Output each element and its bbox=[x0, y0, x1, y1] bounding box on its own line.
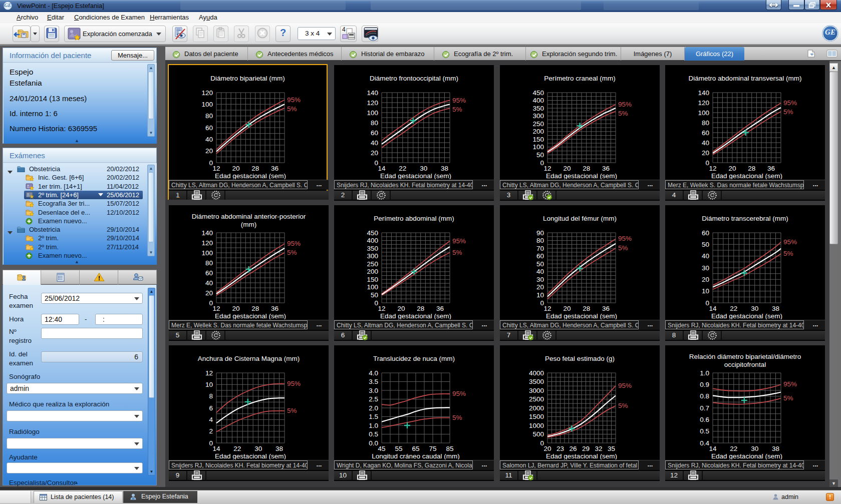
svg-text:80: 80 bbox=[205, 112, 213, 120]
svg-text:29: 29 bbox=[582, 445, 590, 452]
svg-text:14: 14 bbox=[709, 445, 717, 452]
svg-text:30: 30 bbox=[420, 165, 427, 172]
svg-text:450: 450 bbox=[367, 229, 378, 237]
svg-text:28: 28 bbox=[417, 305, 424, 312]
svg-text:Edad gestacional (sem): Edad gestacional (sem) bbox=[215, 312, 286, 319]
svg-text:30: 30 bbox=[254, 445, 262, 452]
svg-text:80: 80 bbox=[536, 237, 544, 244]
svg-text:10: 10 bbox=[702, 287, 709, 295]
svg-text:1500: 1500 bbox=[529, 413, 544, 420]
svg-text:95%: 95% bbox=[452, 97, 466, 104]
svg-text:14: 14 bbox=[378, 165, 386, 172]
svg-text:12: 12 bbox=[212, 165, 220, 172]
svg-text:20: 20 bbox=[536, 283, 544, 291]
svg-text:28: 28 bbox=[583, 165, 590, 172]
svg-text:95%: 95% bbox=[618, 235, 632, 242]
svg-text:350: 350 bbox=[367, 245, 378, 252]
svg-text:120: 120 bbox=[698, 99, 709, 107]
svg-text:5%: 5% bbox=[287, 249, 297, 256]
svg-text:20: 20 bbox=[397, 305, 405, 312]
svg-text:90: 90 bbox=[536, 229, 544, 237]
svg-text:95%: 95% bbox=[287, 240, 301, 247]
svg-text:Edad gestacional (sem): Edad gestacional (sem) bbox=[546, 312, 617, 319]
svg-text:85: 85 bbox=[446, 445, 453, 452]
svg-text:3.0: 3.0 bbox=[369, 387, 378, 394]
svg-text:50: 50 bbox=[536, 260, 544, 268]
svg-text:5%: 5% bbox=[452, 249, 462, 256]
svg-text:500: 500 bbox=[532, 430, 544, 438]
svg-text:100: 100 bbox=[201, 101, 213, 108]
svg-text:20: 20 bbox=[563, 165, 571, 172]
svg-text:20: 20 bbox=[702, 149, 709, 157]
svg-text:5%: 5% bbox=[287, 105, 297, 113]
svg-text:65: 65 bbox=[412, 445, 419, 452]
svg-text:75: 75 bbox=[429, 445, 436, 452]
svg-text:Edad gestacional (sem): Edad gestacional (sem) bbox=[711, 452, 782, 459]
svg-text:250: 250 bbox=[367, 260, 378, 268]
svg-text:38: 38 bbox=[275, 445, 283, 452]
svg-text:40: 40 bbox=[536, 268, 544, 275]
svg-text:400: 400 bbox=[367, 237, 378, 244]
svg-text:1000: 1000 bbox=[529, 422, 544, 429]
svg-text:12: 12 bbox=[709, 165, 716, 172]
svg-text:14: 14 bbox=[212, 445, 220, 452]
svg-text:95%: 95% bbox=[452, 390, 466, 397]
svg-text:36: 36 bbox=[271, 305, 278, 312]
svg-text:4: 4 bbox=[209, 416, 213, 423]
svg-text:14: 14 bbox=[709, 305, 717, 312]
svg-text:3.5: 3.5 bbox=[369, 378, 378, 385]
svg-text:100: 100 bbox=[698, 109, 709, 117]
svg-text:80: 80 bbox=[205, 259, 213, 267]
svg-text:36: 36 bbox=[436, 305, 444, 312]
svg-text:0.8: 0.8 bbox=[700, 392, 709, 400]
svg-text:95%: 95% bbox=[783, 99, 797, 107]
svg-text:36: 36 bbox=[602, 165, 610, 172]
svg-text:70: 70 bbox=[536, 245, 544, 252]
svg-text:20: 20 bbox=[205, 147, 213, 155]
svg-text:0.5: 0.5 bbox=[700, 427, 709, 435]
svg-text:300: 300 bbox=[532, 112, 544, 120]
svg-text:100: 100 bbox=[367, 109, 378, 117]
svg-text:3000: 3000 bbox=[529, 387, 544, 394]
svg-text:10: 10 bbox=[205, 381, 213, 388]
svg-text:20: 20 bbox=[371, 149, 378, 157]
svg-text:5%: 5% bbox=[287, 407, 297, 414]
svg-text:28: 28 bbox=[251, 305, 259, 312]
svg-text:95%: 95% bbox=[287, 96, 301, 104]
svg-text:38: 38 bbox=[441, 165, 448, 172]
svg-text:4000: 4000 bbox=[529, 369, 544, 377]
svg-text:95%: 95% bbox=[618, 101, 632, 108]
svg-text:40: 40 bbox=[205, 136, 213, 143]
svg-text:200: 200 bbox=[367, 268, 378, 275]
svg-text:30: 30 bbox=[751, 305, 758, 312]
svg-text:40: 40 bbox=[702, 252, 709, 260]
svg-text:1.0: 1.0 bbox=[700, 369, 709, 377]
svg-text:30: 30 bbox=[536, 276, 544, 283]
svg-text:0.7: 0.7 bbox=[700, 404, 709, 412]
svg-text:400: 400 bbox=[532, 97, 544, 104]
svg-text:Edad gestacional (sem): Edad gestacional (sem) bbox=[215, 452, 286, 459]
svg-text:3500: 3500 bbox=[529, 378, 544, 385]
svg-text:0.5: 0.5 bbox=[369, 430, 378, 438]
svg-text:95%: 95% bbox=[287, 380, 301, 387]
svg-text:45: 45 bbox=[378, 445, 385, 452]
svg-text:95%: 95% bbox=[618, 382, 632, 389]
svg-text:38: 38 bbox=[772, 305, 779, 312]
svg-text:22: 22 bbox=[233, 445, 241, 452]
svg-text:60: 60 bbox=[702, 229, 709, 237]
svg-text:350: 350 bbox=[532, 105, 544, 112]
svg-text:Edad gestacional (sem): Edad gestacional (sem) bbox=[711, 172, 782, 179]
svg-text:1.5: 1.5 bbox=[369, 413, 378, 420]
svg-text:30: 30 bbox=[702, 264, 709, 272]
svg-text:Edad gestacional (sem): Edad gestacional (sem) bbox=[215, 172, 286, 179]
svg-text:80: 80 bbox=[702, 119, 709, 127]
svg-text:20: 20 bbox=[563, 305, 571, 312]
svg-text:450: 450 bbox=[532, 89, 544, 97]
svg-text:20: 20 bbox=[543, 445, 551, 452]
svg-text:60: 60 bbox=[371, 129, 378, 137]
svg-text:28: 28 bbox=[583, 305, 590, 312]
svg-text:95%: 95% bbox=[452, 237, 466, 245]
svg-text:60: 60 bbox=[205, 124, 213, 132]
svg-text:Edad gestacional (sem): Edad gestacional (sem) bbox=[380, 312, 451, 319]
svg-text:0.4: 0.4 bbox=[700, 439, 709, 447]
